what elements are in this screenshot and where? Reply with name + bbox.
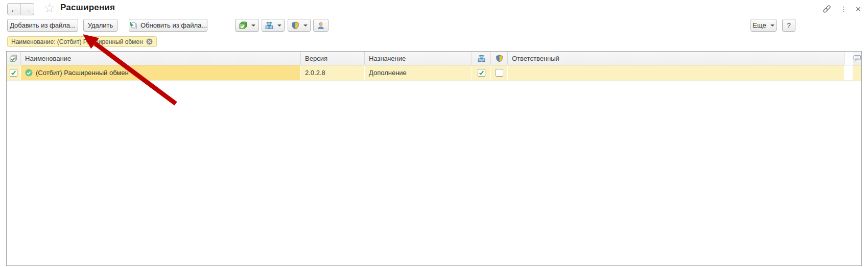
row-gap	[844, 65, 853, 80]
link-icon[interactable]	[822, 4, 832, 14]
column-header-purpose[interactable]: Назначение	[365, 52, 472, 65]
history-nav: ← →	[7, 3, 34, 15]
blocks-icon	[265, 21, 273, 30]
chevron-down-icon	[277, 25, 281, 27]
column-header-name[interactable]: Наименование	[21, 52, 301, 65]
extension-name: (Сотбит) Расширенный обмен	[36, 69, 129, 77]
update-from-file-label: Обновить из файла...	[140, 21, 207, 29]
page-title: Расширения	[60, 3, 115, 13]
shield-icon	[496, 55, 503, 62]
row-version-cell[interactable]: 2.0.2.8	[301, 65, 365, 80]
delete-button[interactable]: Удалить	[83, 19, 118, 32]
update-from-file-icon	[129, 21, 137, 30]
column-header-responsible[interactable]: Ответственный	[508, 52, 844, 65]
window-controls: ⋮ ×	[822, 4, 861, 14]
row-safe-mode-cell[interactable]	[472, 65, 491, 80]
more-menu-icon[interactable]: ⋮	[840, 6, 847, 13]
row-protection-cell[interactable]	[491, 65, 508, 80]
shield-icon	[291, 21, 299, 30]
protection-dropdown[interactable]	[288, 19, 311, 32]
person-icon	[317, 21, 325, 30]
delete-label: Удалить	[88, 21, 113, 29]
row-responsible-cell[interactable]	[508, 65, 844, 80]
add-from-file-label: Добавить из файла...	[10, 21, 76, 29]
column-header-version[interactable]: Версия	[301, 52, 365, 65]
back-arrow-icon: ←	[10, 6, 18, 13]
favorite-star-icon[interactable]: ☆	[44, 1, 55, 15]
select-all-icon	[10, 55, 17, 62]
help-button[interactable]: ?	[782, 19, 795, 32]
row-purpose-cell[interactable]: Дополнение	[365, 65, 472, 80]
filter-tag-close-icon[interactable]	[146, 38, 153, 45]
row-select-cell[interactable]	[7, 65, 21, 80]
row-checkbox[interactable]	[10, 69, 17, 77]
update-from-file-button[interactable]: Обновить из файла...	[129, 19, 207, 32]
column-header-comment[interactable]	[853, 52, 861, 65]
more-label: Еще	[753, 21, 766, 29]
table-header-row: Наименование Версия Назначение	[7, 52, 861, 65]
filter-tag[interactable]: Наименование: (Сотбит) Расширенный обмен	[7, 36, 157, 47]
forward-button[interactable]: →	[20, 4, 34, 15]
extensions-actions-dropdown[interactable]	[235, 19, 259, 32]
responsible-user-button[interactable]	[313, 19, 329, 32]
select-all-column-header[interactable]	[7, 52, 21, 65]
safe-mode-dropdown[interactable]	[262, 19, 285, 32]
help-label: ?	[787, 21, 790, 29]
forward-arrow-icon: →	[24, 6, 31, 13]
chevron-down-icon	[770, 25, 775, 27]
table-row[interactable]: (Сотбит) Расширенный обмен 2.0.2.8 Допол…	[7, 65, 861, 81]
add-from-file-button[interactable]: Добавить из файла...	[7, 19, 78, 32]
column-gap	[844, 52, 853, 65]
row-name-cell[interactable]: (Сотбит) Расширенный обмен	[21, 65, 301, 80]
blocks-icon	[478, 55, 485, 62]
chevron-down-icon	[303, 25, 308, 27]
protection-checkbox[interactable]	[496, 69, 503, 77]
filter-tag-label: Наименование: (Сотбит) Расширенный обмен	[11, 38, 143, 45]
column-header-safe-mode[interactable]	[472, 52, 491, 65]
safe-mode-checkbox[interactable]	[478, 69, 485, 77]
column-header-protection[interactable]	[491, 52, 508, 65]
row-comment-cell[interactable]	[853, 65, 861, 80]
back-button[interactable]: ←	[8, 4, 20, 15]
extensions-table: Наименование Версия Назначение	[6, 51, 862, 266]
more-button[interactable]: Еще	[750, 19, 777, 32]
extensions-stack-icon	[239, 21, 247, 30]
chevron-down-icon	[251, 25, 255, 27]
extension-active-icon	[25, 69, 33, 77]
comment-icon	[853, 55, 861, 62]
close-icon[interactable]: ×	[855, 5, 861, 14]
